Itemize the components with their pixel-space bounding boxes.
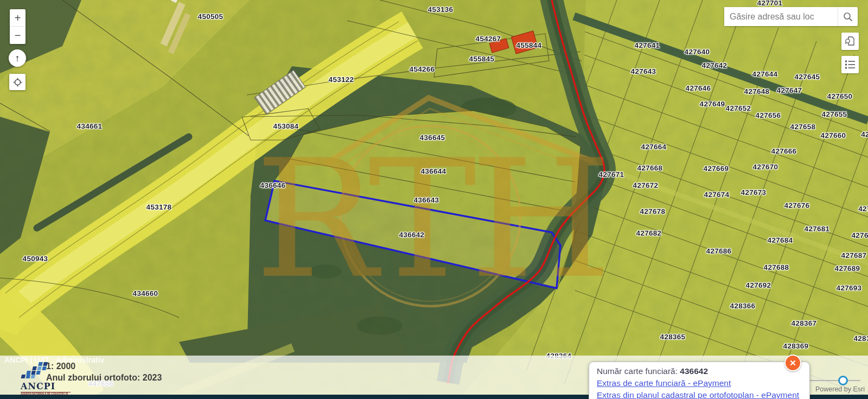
popup-link[interactable]: Extras de carte funciară - ePayment	[597, 378, 802, 388]
scale-slider-handle[interactable]	[838, 376, 848, 385]
esri-attribution: Powered by Esri	[815, 385, 865, 393]
identify-parcel-button[interactable]	[841, 33, 859, 50]
compass-reset-button[interactable]: ↑	[9, 49, 26, 67]
crosshair-icon	[13, 78, 22, 87]
legend-list-icon	[845, 60, 856, 69]
parcel-popup: Număr carte funciară: 436642 Extras de c…	[589, 362, 810, 399]
locate-me-button[interactable]	[9, 74, 25, 90]
watermark-letters: RTH	[255, 125, 605, 314]
zoom-control: + −	[10, 9, 25, 44]
ortho-year: Anul zborului ortofoto: 2023	[46, 373, 162, 383]
search-icon	[843, 12, 853, 22]
popup-links: Extras de carte funciară - ePaymentExtra…	[597, 378, 802, 399]
zoom-in-button[interactable]: +	[10, 9, 25, 27]
search-button[interactable]	[838, 7, 858, 26]
popup-close-button[interactable]: ✕	[784, 354, 801, 371]
popup-title: Număr carte funciară: 436642	[597, 366, 802, 376]
zoom-out-button[interactable]: −	[10, 27, 25, 44]
search-input[interactable]	[724, 7, 838, 26]
document-search-icon	[845, 36, 856, 47]
north-arrow-icon: ↑	[15, 53, 20, 64]
map-canvas[interactable]: RTH	[0, 0, 868, 399]
map-scale: 1: 2000	[46, 362, 75, 371]
close-icon: ✕	[789, 358, 796, 368]
popup-link[interactable]: Extras din planul cadastral pe ortofotop…	[597, 390, 802, 399]
map-viewer: RTH 450505453136454267455844455845454266…	[0, 0, 868, 399]
carte-funciara-number: 436642	[680, 366, 708, 376]
rth-watermark: RTH	[255, 98, 605, 314]
legend-button[interactable]	[841, 56, 859, 73]
search-widget	[724, 7, 858, 26]
